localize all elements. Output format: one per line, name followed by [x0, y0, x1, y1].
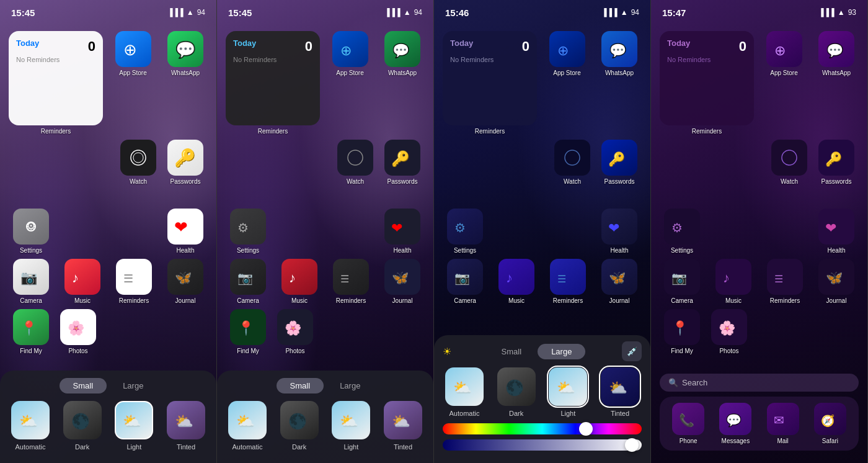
camera-icon-3[interactable]: 📷 Camera [443, 259, 487, 304]
reminders-widget-4[interactable]: Today 0 No Reminders [660, 31, 754, 125]
journal-icon-2[interactable]: 🦋 Journal [380, 259, 425, 304]
status-icons-4: ▐▐▐ ▲ 93 [818, 8, 856, 17]
svg-text:⛅: ⛅ [340, 412, 358, 430]
widget-header-2: Today 0 [233, 38, 312, 55]
status-bar-3: 15:46 ▐▐▐ ▲ 94 [434, 0, 650, 25]
phone-dock-icon-4[interactable]: 📞 Phone [666, 403, 711, 444]
watch-icon-2[interactable]: Watch [333, 140, 378, 185]
small-toggle-2[interactable]: Small [277, 378, 324, 393]
passwords-icon-2[interactable]: 🔑 Passwords [380, 140, 425, 185]
app-row-4-4: 📍 Find My 🌸 Photos [660, 309, 859, 354]
reminders-icon-3[interactable]: ☰ Reminders [546, 259, 590, 304]
brightness-slider-3[interactable] [443, 439, 642, 451]
photos-icon-4[interactable]: 🌸 Photos [707, 309, 751, 354]
hue-thumb-3[interactable] [579, 422, 593, 436]
camera-icon-2[interactable]: 📷 Camera [226, 259, 270, 304]
status-bar-1: 15:45 ▐▐▐ ▲ 94 [0, 0, 216, 25]
journal-icon-3[interactable]: 🦋 Journal [597, 259, 642, 304]
brightness-thumb-3[interactable] [625, 438, 639, 452]
style-tinted-3[interactable]: ⛅ Tinted [598, 367, 642, 417]
findmy-icon-4[interactable]: 📍 Find My [660, 309, 704, 354]
whatsapp-icon-1[interactable]: 💬 WhatsApp [163, 31, 208, 135]
health-icon-4[interactable]: ❤ Health [814, 209, 859, 254]
style-dark-3[interactable]: 🌑 Dark [495, 367, 538, 417]
status-icons-2: ▐▐▐ ▲ 94 [384, 8, 422, 17]
svg-text:♪: ♪ [72, 270, 79, 285]
reminders-widget-2[interactable]: Today 0 No Reminders [226, 31, 320, 125]
messages-dock-img-4: 💬 [719, 403, 751, 435]
passwords-icon-4[interactable]: 🔑 Passwords [814, 140, 859, 185]
style-light-2[interactable]: ⛅ Light [329, 401, 373, 451]
large-toggle-2[interactable]: Large [326, 378, 374, 393]
music-icon-3[interactable]: ♪ Music [494, 259, 539, 304]
small-toggle-1[interactable]: Small [60, 378, 107, 393]
settings-icon-1[interactable]: ⚙ Settings [9, 209, 53, 254]
passwords-icon-1[interactable]: 🔑 Passwords [163, 140, 208, 185]
watch-icon-3[interactable]: Watch [550, 140, 595, 185]
watch-icon-1[interactable]: Watch [116, 140, 161, 185]
appstore-icon-2[interactable]: ⊕ App Store [328, 31, 373, 135]
findmy-icon-2[interactable]: 📍 Find My [226, 309, 270, 354]
whatsapp-icon-4[interactable]: 💬 WhatsApp [814, 31, 859, 135]
camera-label-2: Camera [237, 297, 259, 304]
status-bar-2: 15:45 ▐▐▐ ▲ 94 [217, 0, 433, 25]
health-icon-2[interactable]: ❤ Health [380, 209, 425, 254]
music-icon-1[interactable]: ♪ Music [60, 259, 105, 304]
reminders-icon-2[interactable]: ☰ Reminders [329, 259, 373, 304]
appstore-icon-3[interactable]: ⊕ App Store [545, 31, 590, 135]
watch-icon-4[interactable]: Watch [767, 140, 812, 185]
settings-icon-3[interactable]: ⚙ Settings [443, 209, 487, 254]
reminders-widget-1[interactable]: Today 0 No Reminders [9, 31, 103, 125]
reminders-widget-3[interactable]: Today 0 No Reminders [443, 31, 537, 125]
hue-slider-3[interactable] [443, 423, 642, 434]
settings-label-2: Settings [237, 247, 259, 254]
large-toggle-1[interactable]: Large [109, 378, 157, 393]
large-picker-toggle-3[interactable]: Large [538, 344, 585, 359]
health-icon-1[interactable]: ❤ Health [163, 209, 208, 254]
style-tinted-label-3: Tinted [611, 410, 629, 417]
camera-icon-1[interactable]: 📷 Camera [9, 259, 53, 304]
style-tinted-2[interactable]: ⛅ Tinted [381, 401, 425, 451]
signal-icon-1: ▐▐▐ [167, 8, 184, 17]
style-automatic-2[interactable]: ⛅ Automatic [226, 401, 269, 451]
findmy-icon-1[interactable]: 📍 Find My [9, 309, 53, 354]
whatsapp-icon-2[interactable]: 💬 WhatsApp [380, 31, 425, 135]
journal-icon-4[interactable]: 🦋 Journal [814, 259, 859, 304]
whatsapp-icon-3[interactable]: 💬 WhatsApp [597, 31, 642, 135]
safari-dock-icon-4[interactable]: 🧭 Safari [808, 403, 852, 444]
journal-img-2: 🦋 [384, 259, 420, 295]
style-tinted-1[interactable]: ⛅ Tinted [164, 401, 208, 451]
music-icon-4[interactable]: ♪ Music [711, 259, 756, 304]
svg-text:✉: ✉ [774, 413, 784, 427]
app-row-3-2: 📷 Camera ♪ Music ☰ Reminders 🦋 [226, 259, 425, 304]
svg-text:⛅: ⛅ [453, 379, 472, 397]
settings-icon-4[interactable]: ⚙ Settings [660, 209, 704, 254]
mail-dock-icon-4[interactable]: ✉ Mail [761, 403, 805, 444]
music-icon-2[interactable]: ♪ Music [277, 259, 322, 304]
reminders-icon-4[interactable]: ☰ Reminders [763, 259, 807, 304]
widget-title-2: Today [233, 38, 256, 48]
appstore-icon-4[interactable]: ⊕ App Store [762, 31, 807, 135]
camera-icon-4[interactable]: 📷 Camera [660, 259, 704, 304]
search-bar-4[interactable]: 🔍 Search [660, 374, 859, 392]
camera-img-2: 📷 [230, 259, 266, 295]
style-dark-1[interactable]: 🌑 Dark [61, 401, 104, 451]
settings-icon-2[interactable]: ⚙ Settings [226, 209, 270, 254]
eyedropper-button-3[interactable]: 💉 [622, 341, 642, 361]
style-automatic-1[interactable]: ⛅ Automatic [9, 401, 52, 451]
reminders-icon-1[interactable]: ☰ Reminders [112, 259, 156, 304]
style-light-3[interactable]: ⛅ Light [546, 367, 590, 417]
photos-icon-2[interactable]: 🌸 Photos [273, 309, 317, 354]
messages-dock-icon-4[interactable]: 💬 Messages [713, 403, 758, 444]
svg-text:🔑: 🔑 [174, 148, 196, 168]
appstore-icon-1[interactable]: ⊕ App Store [111, 31, 156, 135]
style-dark-2[interactable]: 🌑 Dark [278, 401, 321, 451]
small-picker-toggle-3[interactable]: Small [488, 344, 536, 359]
health-icon-3[interactable]: ❤ Health [597, 209, 642, 254]
style-automatic-3[interactable]: ⛅ Automatic [443, 367, 486, 417]
findmy-label-4: Find My [671, 348, 693, 354]
photos-icon-1[interactable]: 🌸 Photos [56, 309, 100, 354]
style-light-1[interactable]: ⛅ Light [112, 401, 156, 451]
journal-icon-1[interactable]: 🦋 Journal [163, 259, 208, 304]
passwords-icon-3[interactable]: 🔑 Passwords [597, 140, 642, 185]
